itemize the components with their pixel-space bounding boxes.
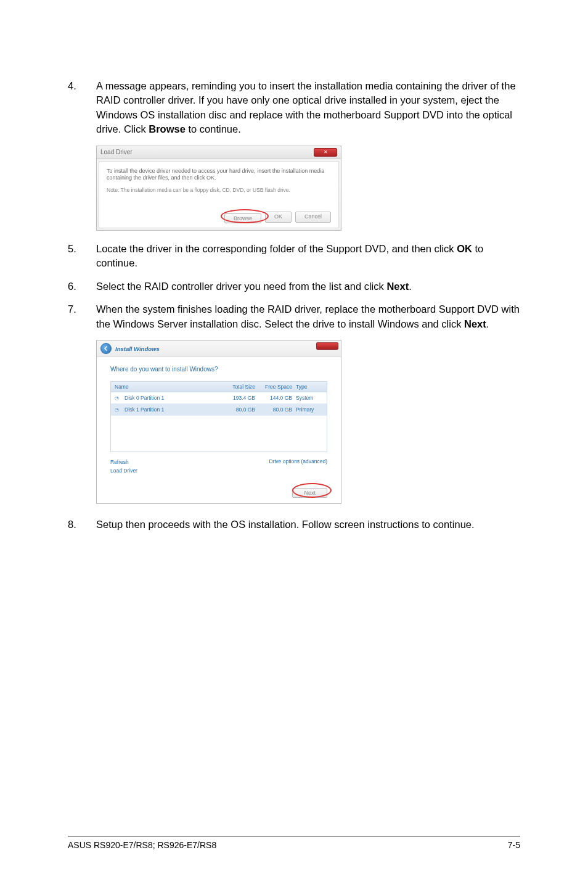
col-total: Total Size <box>218 384 255 390</box>
disk-icon: ◔ <box>115 395 125 401</box>
footer-left: ASUS RS920-E7/RS8; RS926-E7/RS8 <box>68 840 216 850</box>
install-question: Where do you want to install Windows? <box>110 366 327 373</box>
col-free: Free Space <box>255 384 292 390</box>
cell-type: Primary <box>292 406 323 413</box>
load-driver-link[interactable]: Load Driver <box>110 467 137 476</box>
step-number: 7. <box>68 302 96 331</box>
step4-part-b: to continue. <box>186 123 241 134</box>
step5-part-a: Locate the driver in the corresponding f… <box>96 243 457 254</box>
cell-type: System <box>292 395 323 401</box>
step6-part-b: . <box>409 281 412 292</box>
step5-bold: OK <box>457 243 472 254</box>
step-text: Setup then proceeds with the OS installa… <box>96 518 475 532</box>
window-title: Install Windows <box>115 345 160 352</box>
step-number: 8. <box>68 518 96 532</box>
step6-bold: Next <box>386 281 409 292</box>
cell-total: 80.0 GB <box>218 406 255 413</box>
col-type: Type <box>292 384 323 390</box>
step6-part-a: Select the RAID controller driver you ne… <box>96 281 386 292</box>
step-text: A message appears, reminding you to inse… <box>96 79 520 137</box>
close-icon[interactable]: ✕ <box>314 148 337 157</box>
load-driver-dialog: Load Driver ✕ To install the device driv… <box>96 146 520 231</box>
cell-free: 80.0 GB <box>255 406 292 413</box>
step-text: When the system finishes loading the RAI… <box>96 302 520 331</box>
install-windows-dialog: Install Windows Where do you want to ins… <box>96 340 520 504</box>
refresh-link[interactable]: Refresh <box>110 458 137 467</box>
dialog-message: To install the device driver needed to a… <box>107 168 331 182</box>
footer-right: 7-5 <box>508 840 520 850</box>
step-number: 4. <box>68 79 96 137</box>
drive-options-link[interactable]: Drive options (advanced) <box>269 458 328 475</box>
close-icon[interactable] <box>316 342 338 350</box>
back-icon[interactable] <box>100 343 112 354</box>
step-number: 6. <box>68 279 96 294</box>
table-row[interactable]: ◔ Disk 1 Partition 1 80.0 GB 80.0 GB Pri… <box>111 404 327 416</box>
step7-part-a: When the system finishes loading the RAI… <box>96 303 520 329</box>
next-button[interactable]: Next <box>292 488 327 498</box>
col-name: Name <box>115 384 218 390</box>
cell-free: 144.0 GB <box>255 395 292 401</box>
step4-bold: Browse <box>149 123 186 134</box>
step7-bold: Next <box>464 318 486 329</box>
step-text: Locate the driver in the corresponding f… <box>96 242 520 271</box>
step-number: 5. <box>68 242 96 271</box>
disk-table: Name Total Size Free Space Type ◔ Disk 0… <box>110 381 327 452</box>
step7-part-b: . <box>486 318 489 329</box>
dialog-note: Note: The installation media can be a fl… <box>107 187 331 193</box>
disk-icon: ◔ <box>115 407 125 413</box>
browse-button[interactable]: Browse <box>224 213 261 223</box>
cell-name: Disk 0 Partition 1 <box>125 395 218 401</box>
dialog-title: Load Driver <box>100 149 133 155</box>
step-text: Select the RAID controller driver you ne… <box>96 279 412 294</box>
ok-button[interactable]: OK <box>265 212 292 223</box>
cell-total: 193.4 GB <box>218 395 255 401</box>
cell-name: Disk 1 Partition 1 <box>125 406 218 413</box>
table-row[interactable]: ◔ Disk 0 Partition 1 193.4 GB 144.0 GB S… <box>111 392 327 404</box>
cancel-button[interactable]: Cancel <box>295 212 331 223</box>
